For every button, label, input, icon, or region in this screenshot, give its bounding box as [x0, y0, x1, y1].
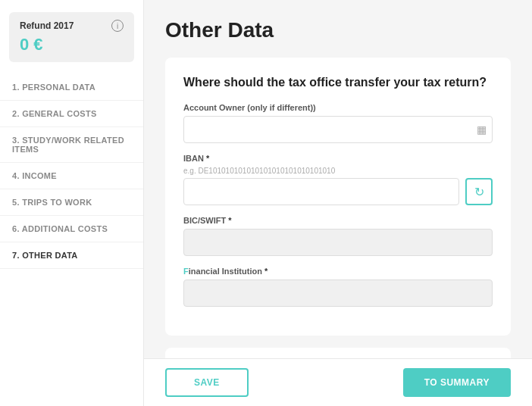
page-title: Other Data	[165, 18, 511, 42]
section-question-1: Where should the tax office transfer you…	[183, 76, 493, 89]
sidebar-item-personal[interactable]: 1. Personal Data	[0, 74, 143, 101]
account-owner-group: Account Owner (only if different)) ▦	[183, 103, 493, 143]
iban-input[interactable]	[183, 178, 459, 205]
section-tax-transfer: Where should the tax office transfer you…	[165, 58, 511, 336]
sidebar-item-trips[interactable]: 5. Trips to Work	[0, 189, 143, 216]
account-owner-label: Account Owner (only if different))	[183, 103, 493, 112]
iban-wrapper: ↻	[183, 178, 493, 205]
financial-institution-label: Financial Institution *	[183, 267, 493, 276]
sidebar-item-other[interactable]: 7. Other Data	[0, 242, 143, 269]
refund-label: Refund 2017	[20, 20, 74, 31]
calendar-icon: ▦	[477, 123, 487, 136]
bic-input[interactable]	[183, 229, 493, 256]
sidebar-item-study[interactable]: 3. Study/Work Related Items	[0, 127, 143, 163]
main-content: Other Data Where should the tax office t…	[144, 0, 532, 358]
sidebar-item-general[interactable]: 2. General Costs	[0, 101, 143, 127]
info-icon[interactable]: i	[111, 20, 124, 32]
main-panel: Other Data Where should the tax office t…	[144, 0, 532, 406]
financial-institution-group: Financial Institution *	[183, 267, 493, 307]
iban-group: IBAN * e.g. DE10101010101010101010101010…	[183, 154, 493, 205]
account-owner-input[interactable]	[183, 116, 493, 143]
save-button[interactable]: SAVE	[165, 368, 249, 397]
refresh-button[interactable]: ↻	[465, 178, 493, 205]
footer-bar: SAVE TO SUMMARY	[144, 358, 532, 406]
bic-group: BIC/SWIFT *	[183, 216, 493, 256]
refund-amount: 0 €	[20, 35, 43, 55]
sidebar: Refund 2017 i 0 € 1. Personal Data 2. Ge…	[0, 0, 144, 406]
summary-button[interactable]: TO SUMMARY	[403, 368, 511, 397]
financial-institution-input[interactable]	[183, 280, 493, 307]
bic-label: BIC/SWIFT *	[183, 216, 493, 225]
refund-box: Refund 2017 i 0 €	[9, 12, 134, 62]
account-owner-wrapper: ▦	[183, 116, 493, 143]
nav-list: 1. Personal Data 2. General Costs 3. Stu…	[0, 74, 143, 394]
iban-label: IBAN *	[183, 154, 493, 163]
iban-hint: e.g. DE101010101010101010101010101010	[183, 167, 493, 175]
sidebar-item-additional[interactable]: 6. Additional Costs	[0, 216, 143, 242]
sidebar-item-income[interactable]: 4. Income	[0, 163, 143, 189]
section-tax-id: What is your Tax-ID? Tax-ID The Tax-ID c…	[165, 348, 511, 358]
